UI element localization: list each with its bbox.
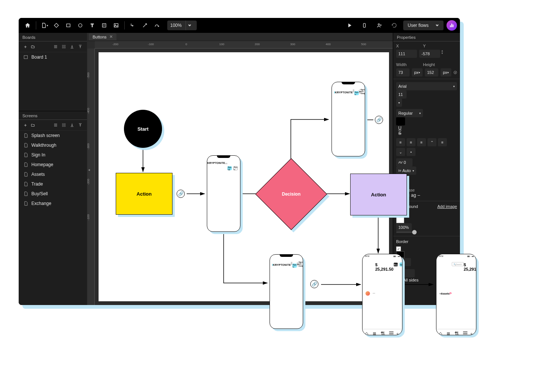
- add-user-icon[interactable]: [374, 21, 384, 30]
- screen-item[interactable]: Exchange: [19, 199, 87, 208]
- align-right-icon[interactable]: ≡: [417, 138, 426, 146]
- shape-rect-icon[interactable]: [63, 21, 73, 30]
- stepper-y[interactable]: ▲▼: [441, 50, 444, 58]
- link-icon[interactable]: 🔗: [375, 116, 383, 124]
- align-center-icon[interactable]: ≡: [407, 138, 416, 146]
- height-unit[interactable]: px ▾: [441, 68, 451, 77]
- nav-user-icon[interactable]: ☰: [463, 330, 466, 334]
- link-dims-icon[interactable]: ⦾: [454, 68, 457, 77]
- google-signin-button[interactable]: ◉ Sign in with Google: [359, 90, 365, 94]
- screen-item[interactable]: Homepage: [19, 160, 87, 169]
- nav-user-icon[interactable]: ☰: [389, 330, 392, 334]
- add-image-link[interactable]: Add image: [437, 204, 457, 209]
- file-new-icon[interactable]: ▾: [40, 21, 49, 30]
- phone-signin-bottom[interactable]: IKRYPTONITE Sign In ◉ Sign in with Googl…: [270, 254, 303, 329]
- tab-buttons[interactable]: Buttons ✕: [89, 33, 116, 40]
- border-enabled-checkbox[interactable]: ✓: [396, 246, 401, 251]
- screen-item[interactable]: Assets: [19, 169, 87, 179]
- width-unit[interactable]: px ▾: [412, 68, 423, 77]
- screen-item[interactable]: Sign In: [19, 150, 87, 160]
- letter-spacing-field[interactable]: AV0: [396, 158, 413, 167]
- signin-button[interactable]: Sign In: [354, 91, 359, 95]
- connector-line-icon[interactable]: [140, 21, 150, 30]
- nav-chart-icon[interactable]: ≡: [447, 330, 450, 334]
- upload-icon[interactable]: [77, 121, 84, 129]
- flow-decision-node[interactable]: Decision: [266, 169, 317, 220]
- font-weight-select[interactable]: Regular▾: [396, 109, 423, 117]
- connector-curve-icon[interactable]: [152, 21, 162, 30]
- page-selector[interactable]: User flows: [403, 21, 444, 30]
- case-lower[interactable]: ag: [411, 193, 416, 198]
- bg-opacity-slider[interactable]: [396, 231, 415, 233]
- play-icon[interactable]: [345, 21, 354, 30]
- list-bullets-icon[interactable]: •: [407, 148, 416, 156]
- strike-icon[interactable]: S: [396, 131, 404, 136]
- valign-top-icon[interactable]: ⌃: [427, 138, 436, 146]
- chevron-down-icon[interactable]: [186, 21, 194, 30]
- sell-button[interactable]: Sell: [399, 262, 402, 267]
- avatar[interactable]: [447, 20, 457, 31]
- download-icon[interactable]: [68, 121, 76, 129]
- bg-color-swatch[interactable]: [396, 217, 404, 223]
- shape-circle-icon[interactable]: [75, 21, 85, 30]
- device-icon[interactable]: [360, 21, 369, 30]
- connector-elbow-icon[interactable]: [128, 21, 138, 30]
- signup-button[interactable]: Sign Up: [227, 166, 232, 170]
- upload-icon[interactable]: [77, 43, 84, 50]
- flow-action-node-2[interactable]: Action: [350, 174, 407, 215]
- nav-trade-icon[interactable]: ⇅: [380, 330, 384, 334]
- link-icon[interactable]: 🔗: [310, 280, 318, 288]
- screen-item[interactable]: Trade: [19, 179, 87, 189]
- nav-home-icon[interactable]: ⌂: [365, 330, 368, 334]
- phone-assets[interactable]: 09:52▮▮ ⏚ ▬ ≡Assets⟳ 🔍 Search $ 25,291.5…: [436, 254, 476, 335]
- grid-view-icon[interactable]: [60, 43, 68, 50]
- flow-start-node[interactable]: Start: [124, 110, 162, 148]
- link-icon[interactable]: 🔗: [177, 190, 185, 198]
- screen-item[interactable]: Buy/Sell: [19, 189, 87, 199]
- board-item[interactable]: Board 1: [19, 52, 87, 62]
- phone-dashboard[interactable]: 09:52▮▮ ⏚ ▬ ⋯ $ 25,291.50 Buy Sell Watch…: [362, 254, 402, 335]
- valign-bot-icon[interactable]: ⌄: [396, 148, 405, 156]
- y-field[interactable]: -578: [419, 50, 440, 58]
- align-left-icon[interactable]: ≡: [396, 138, 405, 146]
- phone-signin-top[interactable]: IKRYPTONITE Sign In ◉ Sign in with Googl…: [332, 82, 365, 156]
- x-field[interactable]: 111: [396, 50, 417, 58]
- nav-chart-icon[interactable]: ≡: [373, 330, 376, 334]
- note-icon[interactable]: [99, 21, 109, 30]
- signin-button[interactable]: Sign In: [292, 264, 297, 268]
- case-none[interactable]: –: [417, 193, 420, 198]
- list-view-icon[interactable]: [52, 121, 59, 129]
- screen-item[interactable]: Splash screen: [19, 131, 87, 140]
- font-size-field[interactable]: 11: [396, 90, 407, 99]
- add-board-icon[interactable]: ＋: [22, 43, 29, 50]
- width-field[interactable]: 73: [396, 68, 410, 77]
- phone-walkthrough[interactable]: IKRYPTONITE Sign Up Sign In: [207, 155, 240, 232]
- nav-trade-icon[interactable]: ⇅: [454, 330, 458, 334]
- underline-icon[interactable]: U: [396, 125, 404, 131]
- close-tab-icon[interactable]: ✕: [109, 34, 113, 39]
- nav-more-icon[interactable]: ◦: [396, 330, 400, 334]
- bg-opacity-field[interactable]: 100%: [396, 223, 412, 231]
- home-icon[interactable]: [23, 21, 32, 30]
- import-icon[interactable]: [29, 43, 37, 50]
- download-icon[interactable]: [68, 43, 76, 50]
- buy-button[interactable]: Buy: [393, 262, 398, 267]
- flow-action-node[interactable]: Action: [116, 173, 172, 215]
- undo-history-icon[interactable]: [389, 21, 399, 30]
- nav-home-icon[interactable]: ⌂: [439, 330, 442, 334]
- shape-diamond-icon[interactable]: [52, 21, 61, 30]
- text-tool-icon[interactable]: [87, 21, 97, 30]
- import-screen-icon[interactable]: [29, 121, 37, 129]
- grid-view-icon[interactable]: [60, 121, 68, 129]
- google-signin-button[interactable]: ◉ Sign in with Google: [297, 262, 303, 266]
- text-color-swatch[interactable]: [396, 117, 405, 125]
- font-size-caret[interactable]: ▾: [396, 99, 402, 107]
- list-view-icon[interactable]: [52, 43, 59, 50]
- font-family-select[interactable]: Arial▾: [396, 82, 457, 90]
- add-screen-icon[interactable]: ＋: [22, 121, 29, 129]
- screen-item[interactable]: Walkthrough: [19, 140, 87, 150]
- signin-button[interactable]: Sign In: [233, 166, 238, 170]
- page-grip-icon[interactable]: ◂: [88, 168, 89, 172]
- valign-mid-icon[interactable]: ≡: [438, 138, 447, 146]
- image-tool-icon[interactable]: [111, 21, 121, 30]
